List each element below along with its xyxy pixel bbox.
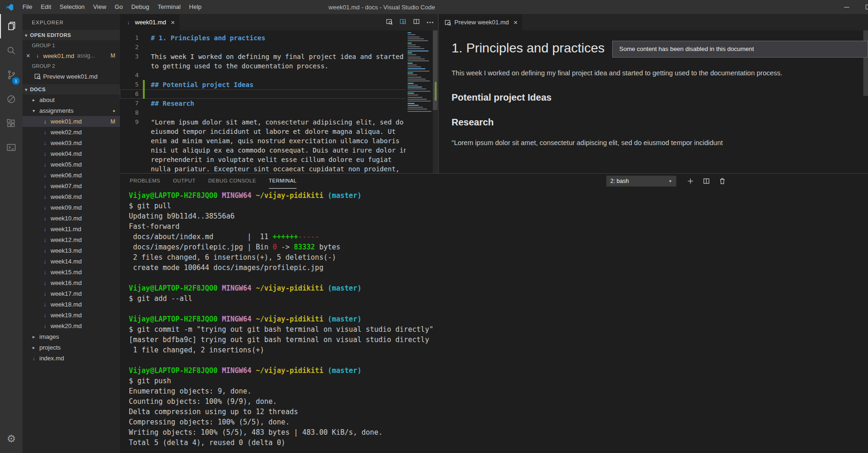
- menu-debug[interactable]: Debug: [127, 3, 153, 10]
- close-icon[interactable]: ×: [26, 51, 34, 61]
- menu-go[interactable]: Go: [111, 3, 127, 10]
- minimap[interactable]: [406, 30, 433, 173]
- remote-terminal-icon[interactable]: [0, 136, 22, 160]
- chevron-down-icon: ▾: [30, 108, 37, 113]
- open-preview-icon[interactable]: [386, 18, 393, 27]
- editor-line[interactable]: nisi ut aliquip ex ea commodo consequat.…: [120, 146, 438, 155]
- tree-item-week20-md[interactable]: ↓week20.md: [22, 321, 120, 331]
- tree-item-week12-md[interactable]: ↓week12.md: [22, 234, 120, 245]
- extensions-icon[interactable]: [0, 111, 22, 136]
- editor-line[interactable]: reprehenderit in voluptate velit esse ci…: [120, 155, 438, 164]
- new-terminal-icon[interactable]: [687, 177, 694, 185]
- editor-line[interactable]: eiusmod tempor incididunt ut labore et d…: [120, 127, 438, 136]
- tree-item-week11-md[interactable]: ↓week11.md: [22, 224, 120, 234]
- menu-edit[interactable]: Edit: [37, 3, 55, 10]
- open-editors-header[interactable]: ▾ OPEN EDITORS: [22, 30, 120, 40]
- tree-item-projects[interactable]: ▸projects: [22, 342, 120, 353]
- debug-icon[interactable]: [0, 87, 22, 111]
- menu-help[interactable]: Help: [185, 3, 206, 10]
- editor-line[interactable]: 8: [120, 108, 438, 117]
- markdown-icon: ↓: [41, 269, 49, 276]
- tree-item-week08-md[interactable]: ↓week08.md: [22, 191, 120, 202]
- markdown-icon: ↓: [125, 19, 132, 26]
- explorer-sidebar: EXPLORER ▾ OPEN EDITORS GROUP 1×↓week01.…: [22, 14, 120, 453]
- editor-group-1: ↓ week01.md × ⋯ 1# 1. Principles and pra…: [120, 14, 438, 173]
- tree-item-week18-md[interactable]: ↓week18.md: [22, 299, 120, 310]
- tree-item-week03-md[interactable]: ↓week03.md: [22, 138, 120, 148]
- editor-line[interactable]: enim ad minim veniam, quis nostrud exerc…: [120, 136, 438, 146]
- gear-icon[interactable]: ⚙: [0, 429, 22, 449]
- editor-line[interactable]: 2: [120, 43, 438, 52]
- markdown-editor[interactable]: 1# 1. Principles and practices23This wee…: [120, 30, 438, 173]
- tree-item-index-md[interactable]: ↓index.md: [22, 353, 120, 364]
- tab-week01[interactable]: ↓ week01.md ×: [120, 14, 179, 30]
- editor-line[interactable]: 1# 1. Principles and practices: [120, 33, 438, 43]
- more-actions-icon[interactable]: ⋯: [426, 19, 434, 26]
- gutter: [139, 108, 151, 117]
- tree-item-week10-md[interactable]: ↓week10.md: [22, 213, 120, 224]
- close-icon[interactable]: ×: [513, 18, 518, 26]
- panel-tab-debug-console[interactable]: DEBUG CONSOLE: [208, 174, 256, 189]
- tree-item-week15-md[interactable]: ↓week15.md: [22, 267, 120, 278]
- editor-line[interactable]: to getting used to the documentation pro…: [120, 61, 438, 71]
- minimize-icon[interactable]: [836, 0, 857, 14]
- tree-item-week13-md[interactable]: ↓week13.md: [22, 245, 120, 256]
- editor-line[interactable]: 5## Potential project Ideas: [120, 80, 438, 89]
- panel-tab-output[interactable]: OUTPUT: [173, 174, 195, 189]
- gutter: [139, 164, 151, 173]
- editor-line[interactable]: 7## Research: [120, 99, 438, 108]
- gutter: [139, 71, 151, 80]
- editor-line[interactable]: 4: [120, 71, 438, 80]
- tree-item-week06-md[interactable]: ↓week06.md: [22, 170, 120, 181]
- panel-tab-terminal[interactable]: TERMINAL: [269, 174, 297, 189]
- editor-line[interactable]: 9"Lorem ipsum dolor sit amet, consectetu…: [120, 117, 438, 127]
- terminal-line: Total 5 (delta 4), reused 0 (delta 0): [129, 438, 868, 448]
- tree-item-week14-md[interactable]: ↓week14.md: [22, 256, 120, 267]
- maximize-icon[interactable]: [857, 0, 868, 14]
- editor-scrollbar[interactable]: [433, 30, 438, 173]
- open-preview-side-icon[interactable]: [399, 18, 407, 27]
- tree-item-week02-md[interactable]: ↓week02.md: [22, 127, 120, 138]
- editor-line[interactable]: nulla pariatur. Excepteur sint occaecat …: [120, 164, 438, 173]
- split-terminal-icon[interactable]: [703, 177, 710, 185]
- menu-terminal[interactable]: Terminal: [153, 3, 185, 10]
- close-icon[interactable]: ×: [171, 18, 175, 26]
- line-number: 3: [120, 52, 139, 61]
- menu-selection[interactable]: Selection: [55, 3, 89, 10]
- tree-item-week19-md[interactable]: ↓week19.md: [22, 310, 120, 321]
- explorer-icon[interactable]: [0, 14, 22, 38]
- tree-item-about[interactable]: ▸about: [22, 95, 120, 105]
- tree-item-week09-md[interactable]: ↓week09.md: [22, 202, 120, 213]
- editor-line[interactable]: 6: [120, 89, 438, 99]
- source-control-icon[interactable]: 1: [0, 63, 22, 87]
- split-editor-icon[interactable]: [413, 18, 420, 27]
- tree-item-week01-md[interactable]: ↓week01.mdM: [22, 116, 120, 127]
- terminal[interactable]: Vijay@LAPTOP-H2F8JQO0 MINGW64 ~/vijay-pi…: [120, 189, 868, 448]
- menu-view[interactable]: View: [89, 3, 111, 10]
- tree-item-week05-md[interactable]: ↓week05.md: [22, 159, 120, 170]
- editor-line[interactable]: 3This week I worked on defining my final…: [120, 52, 438, 61]
- kill-terminal-icon[interactable]: [719, 177, 726, 185]
- tab-label: week01.md: [135, 19, 166, 26]
- tree-item-week16-md[interactable]: ↓week16.md: [22, 278, 120, 288]
- tree-item-week07-md[interactable]: ↓week07.md: [22, 181, 120, 191]
- menu-file[interactable]: File: [18, 3, 37, 10]
- tree-item-week04-md[interactable]: ↓week04.md: [22, 148, 120, 159]
- tab-preview-week01[interactable]: Preview week01.md ×: [439, 14, 522, 30]
- open-editor-item[interactable]: ×↓week01.mdassig...M: [22, 51, 120, 61]
- tree-item-assignments[interactable]: ▾assignments●: [22, 105, 120, 116]
- tree-item-images[interactable]: ▸images: [22, 331, 120, 342]
- open-editor-label: week01.md: [43, 52, 74, 59]
- tree-item-label: index.md: [39, 355, 64, 362]
- terminal-shell-select[interactable]: 2: bash ▼: [606, 175, 676, 187]
- folder-section-header[interactable]: ▾ DOCS: [22, 84, 120, 95]
- preview-scrollbar[interactable]: [863, 30, 868, 96]
- open-editor-item[interactable]: Preview week01.md: [22, 71, 120, 81]
- markdown-icon: ↓: [41, 140, 49, 146]
- activity-bar: 1 ⚙: [0, 14, 22, 453]
- gutter: [139, 136, 151, 146]
- tree-item-week17-md[interactable]: ↓week17.md: [22, 288, 120, 299]
- code-text: nulla pariatur. Excepteur sint occaecat …: [151, 164, 400, 173]
- panel-tab-problems[interactable]: PROBLEMS: [130, 174, 160, 189]
- search-icon[interactable]: [0, 38, 22, 63]
